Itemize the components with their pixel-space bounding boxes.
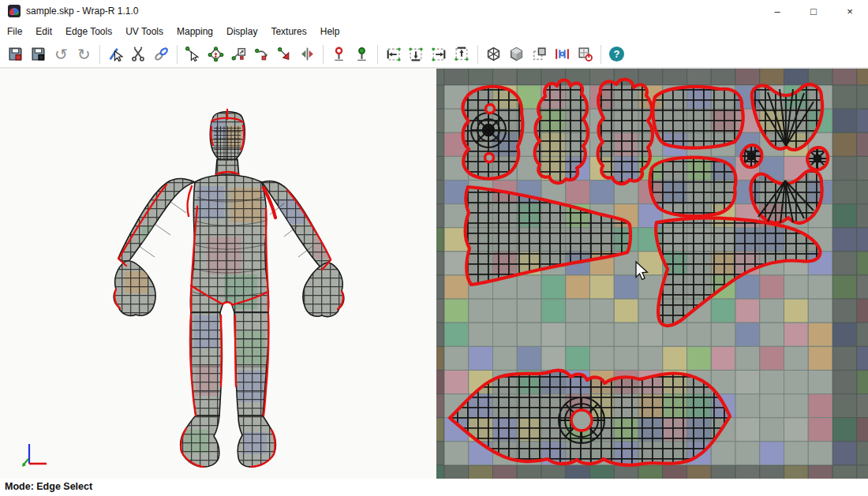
viewport-3d[interactable] (0, 69, 436, 479)
menu-file[interactable]: File (1, 24, 28, 39)
pin-red-button[interactable] (327, 43, 350, 65)
weld-icon (153, 46, 170, 62)
toolbar: ↺ ↻ (0, 41, 868, 69)
edge-select-icon (107, 46, 124, 62)
save-as-button[interactable] (27, 43, 50, 65)
pin-green-button[interactable] (350, 43, 373, 65)
align-bottom-icon (408, 46, 425, 62)
detach-window-button[interactable] (528, 43, 551, 65)
human-figure-mesh (0, 69, 436, 479)
statusbar: Mode: Edge Select (0, 479, 868, 496)
undo-icon: ↺ (54, 47, 68, 62)
menu-help[interactable]: Help (314, 24, 346, 39)
menu-uv-tools[interactable]: UV Tools (119, 24, 170, 39)
help-icon: ? (609, 47, 624, 62)
align-bottom-button[interactable] (405, 43, 428, 65)
axis-gizmo (22, 444, 47, 467)
sew-icon (208, 46, 224, 62)
solid-cube-icon (508, 46, 525, 62)
vertex-select-button[interactable] (181, 43, 204, 65)
align-right-icon (431, 46, 447, 62)
texture-options-button[interactable] (574, 43, 597, 65)
toolbar-separator (377, 45, 378, 64)
minimize-button[interactable]: – (759, 0, 795, 22)
mirror-icon (299, 46, 316, 62)
save-button[interactable] (4, 43, 27, 65)
view-solid-button[interactable] (505, 43, 528, 65)
align-left-button[interactable] (382, 43, 405, 65)
flip-island-button[interactable] (296, 43, 319, 65)
uv-island-back-lower[interactable] (649, 158, 735, 217)
move-island-icon (230, 46, 247, 62)
mode-label: Mode: Edge Select (0, 479, 92, 492)
toolbar-separator (323, 45, 324, 64)
help-button[interactable]: ? (605, 43, 628, 65)
menu-textures[interactable]: Textures (264, 24, 312, 39)
figure-texture (110, 106, 347, 473)
toolbar-separator (477, 45, 478, 64)
redo-button[interactable]: ↻ (73, 43, 95, 65)
menu-display[interactable]: Display (220, 24, 264, 39)
toolbar-separator (177, 45, 178, 64)
weld-edges-button[interactable] (150, 43, 173, 65)
window-title: sample.skp - Wrap-R 1.1.0 (26, 6, 139, 17)
undo-button[interactable]: ↺ (50, 43, 73, 65)
pack-islands-icon (554, 46, 571, 62)
app-logo-icon (8, 5, 21, 17)
window-controls: – □ × (759, 0, 868, 22)
maximize-button[interactable]: □ (795, 0, 832, 22)
uv-editor-canvas (436, 69, 868, 479)
align-right-button[interactable] (428, 43, 451, 65)
redo-icon: ↻ (77, 47, 91, 62)
align-top-icon (454, 46, 470, 62)
pin-red-icon (331, 46, 347, 62)
rotate-island-button[interactable] (250, 43, 273, 65)
align-top-button[interactable] (451, 43, 473, 65)
menubar: File Edit Edge Tools UV Tools Mapping Di… (0, 22, 868, 41)
pin-green-icon (354, 46, 370, 62)
menu-edit[interactable]: Edit (29, 24, 58, 39)
scale-island-icon (276, 46, 293, 62)
edge-select-button[interactable] (104, 43, 127, 65)
titlebar: sample.skp - Wrap-R 1.1.0 – □ × (0, 0, 868, 22)
scale-island-button[interactable] (273, 43, 296, 65)
sew-vertices-button[interactable] (204, 43, 227, 65)
scissors-icon (130, 46, 147, 62)
uv-island-right-hand[interactable] (598, 80, 653, 184)
align-left-icon (385, 46, 402, 62)
y-axis (24, 459, 28, 464)
menu-edge-tools[interactable]: Edge Tools (59, 24, 118, 39)
wrapr-window: sample.skp - Wrap-R 1.1.0 – □ × File Edi… (0, 0, 868, 496)
close-button[interactable]: × (832, 0, 868, 22)
move-island-button[interactable] (227, 43, 250, 65)
toolbar-separator (99, 45, 100, 64)
rotate-island-icon (253, 46, 270, 62)
detach-window-icon (531, 46, 548, 62)
uv-island-back-upper[interactable] (653, 87, 743, 148)
cut-edges-button[interactable] (127, 43, 150, 65)
pack-islands-button[interactable] (551, 43, 574, 65)
view-wireframe-button[interactable] (482, 43, 505, 65)
viewport-uv[interactable] (436, 69, 868, 479)
wireframe-cube-icon (485, 46, 502, 62)
menu-mapping[interactable]: Mapping (170, 24, 219, 39)
toolbar-separator (600, 45, 601, 64)
texture-options-icon (577, 46, 593, 62)
vertex-select-icon (185, 46, 201, 62)
main-area (0, 69, 868, 479)
